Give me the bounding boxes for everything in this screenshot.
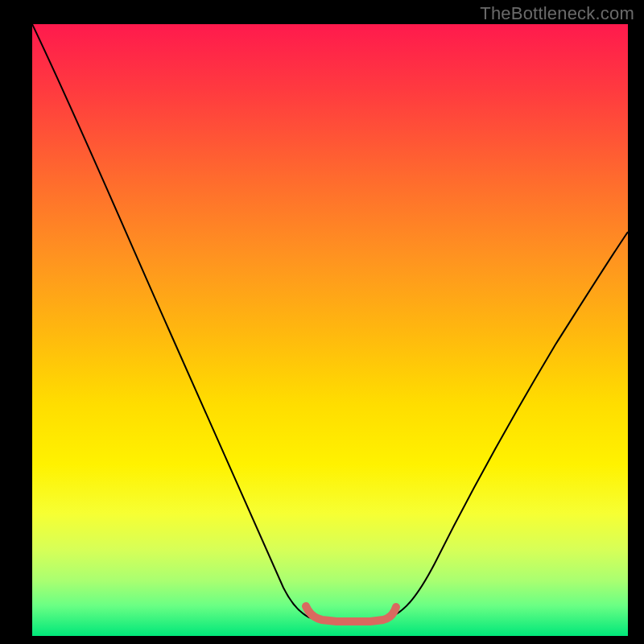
valley-marker bbox=[306, 606, 396, 621]
chart-frame: TheBottleneck.com bbox=[0, 0, 644, 644]
plot-area bbox=[32, 24, 628, 636]
watermark-text: TheBottleneck.com bbox=[480, 3, 634, 24]
bottleneck-curve bbox=[32, 24, 628, 621]
curve-layer bbox=[32, 24, 628, 636]
